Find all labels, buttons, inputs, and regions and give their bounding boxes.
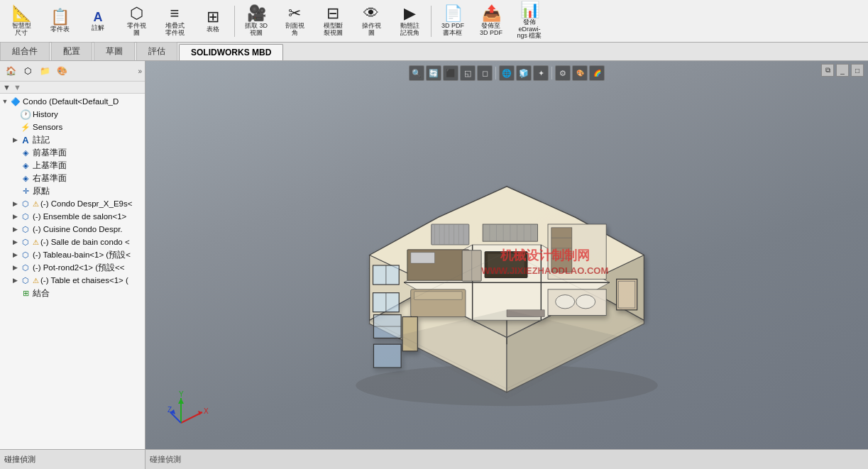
vp-view1-button[interactable]: ◱ xyxy=(460,65,476,81)
tree-icon-condo-despr: ⬡ xyxy=(20,198,31,209)
tree-expand-tableau-bain[interactable]: ▶ xyxy=(10,251,20,258)
tree-item-root[interactable]: ▼ 🔷 Condo (Default<Default_D xyxy=(0,95,145,108)
tree-icon-cuisine: ⬡ xyxy=(20,224,31,235)
vp-globe-button[interactable]: 🌐 xyxy=(499,65,515,81)
vp-settings-button[interactable]: ⚙ xyxy=(555,65,571,81)
tree-expand-cuisine[interactable]: ▶ xyxy=(10,226,20,233)
panel-folder-button[interactable]: 📁 xyxy=(37,63,53,79)
tree-expand-pot-rond[interactable]: ▶ xyxy=(10,264,20,271)
model-break-button[interactable]: ⊟ 模型斷裂視圖 xyxy=(314,2,351,40)
panel-expand-button[interactable]: » xyxy=(138,67,142,75)
vp-select-button[interactable]: ⬛ xyxy=(443,65,458,81)
tree-label-tableau-bain: (-) Tableau-bain<1> (預設< xyxy=(33,250,143,260)
warning-icon-condo: ⚠ xyxy=(33,200,39,208)
operate-view-button[interactable]: 👁 操作視圖 xyxy=(353,2,390,40)
bottom-bar-text: 碰撞偵測 xyxy=(4,454,35,465)
3dpdf-button[interactable]: 📄 3D PDF書本框 xyxy=(434,2,471,40)
tree-item-history[interactable]: 🕐 History xyxy=(0,108,145,121)
filter-icon: ▼ xyxy=(3,83,11,92)
tab-mbd[interactable]: SOLIDWORKS MBD xyxy=(179,44,283,60)
panel-home-button[interactable]: 🏠 xyxy=(3,63,18,79)
tree-expand-root[interactable]: ▼ xyxy=(0,98,10,105)
vp-color1-button[interactable]: 🎨 xyxy=(572,65,588,81)
tree-item-condo-despr[interactable]: ▶ ⬡ ⚠ (-) Condo Despr_X_E9s< xyxy=(0,197,145,210)
tree-expand-top-plane xyxy=(10,162,20,169)
tab-evaluate[interactable]: 評估 xyxy=(136,42,177,60)
tree-item-origin[interactable]: ✛ 原點 xyxy=(0,184,145,197)
tree-item-pot-rond[interactable]: ▶ ⬡ (-) Pot-rond2<1> (預設<< xyxy=(0,261,145,274)
stack-dim-label: 堆疊式零件視 xyxy=(165,23,185,37)
tab-bar: 組合件 配置 草圖 評估 SOLIDWORKS MBD xyxy=(0,43,868,61)
tree-item-salle-de-bain[interactable]: ▶ ⬡ ⚠ (-) Salle de bain condo < xyxy=(0,236,145,248)
x-label: X xyxy=(204,407,209,415)
vp-rotate-button[interactable]: 🔄 xyxy=(426,65,441,81)
panel-color-button[interactable]: 🎨 xyxy=(54,63,70,79)
stack-dim-button[interactable]: ≡ 堆疊式零件視 xyxy=(156,2,193,40)
viewport-status-text: 碰撞偵測 xyxy=(150,454,181,465)
panel-toolbar: 🏠 ⬡ 📁 🎨 » xyxy=(0,61,145,82)
tree-item-sensors[interactable]: ⚡ Sensors xyxy=(0,121,145,133)
tab-config[interactable]: 配置 xyxy=(51,42,92,60)
capture-3d-button[interactable]: 🎥 抓取 3D視圖 xyxy=(238,2,275,40)
door-panel xyxy=(619,281,635,308)
tree-item-front-plane[interactable]: ◈ 前基準面 xyxy=(0,146,145,159)
window-left-bot-2 xyxy=(373,344,401,368)
section-view-button[interactable]: ✂ 剖面視角 xyxy=(276,2,313,40)
tree-icon-combine: ⊞ xyxy=(20,287,31,299)
tab-assembly[interactable]: 組合件 xyxy=(0,42,50,60)
tree-icon-origin: ✛ xyxy=(20,185,31,197)
vp-sep-2 xyxy=(551,67,552,79)
tree-expand-sensors xyxy=(10,123,20,131)
tab-drawing[interactable]: 草圖 xyxy=(94,42,135,60)
operate-view-icon: 👁 xyxy=(363,6,379,21)
vp-zoom-button[interactable]: 🔍 xyxy=(409,65,424,81)
y-label: Y xyxy=(179,391,184,398)
section-view-label: 剖面視角 xyxy=(285,23,304,37)
tree-item-combine[interactable]: ⊞ 結合 xyxy=(0,287,145,299)
tree-icon-salle-de-bain: ⬡ xyxy=(20,236,31,248)
tree-item-table-chaises[interactable]: ▶ ⬡ ⚠ (-) Table et chaises<1> ( xyxy=(0,274,145,287)
tree-item-right-plane[interactable]: ◈ 右基準面 xyxy=(0,172,145,184)
annotation-button[interactable]: A 註解 xyxy=(79,2,116,40)
tree-label-table-chaises: (-) Table et chaises<1> ( xyxy=(40,276,143,285)
vp-color2-button[interactable]: 🌈 xyxy=(589,65,605,81)
tree-label-ensemble: (-) Ensemble de salon<1> xyxy=(33,212,143,221)
vp-cube-button[interactable]: 🧊 xyxy=(516,65,532,81)
tree-item-top-plane[interactable]: ◈ 上基準面 xyxy=(0,159,145,172)
model-break-icon: ⊟ xyxy=(326,6,339,21)
panel-parts-button[interactable]: ⬡ xyxy=(20,63,35,79)
win-maximize-button[interactable]: □ xyxy=(851,64,864,77)
tree-item-cuisine[interactable]: ▶ ⬡ (-) Cuisine Condo Despr. xyxy=(0,223,145,236)
tree-expand-front-plane xyxy=(10,149,20,156)
coordinate-axes: X Y Z xyxy=(167,391,209,434)
tree-item-annotations[interactable]: ▶ A 註記 xyxy=(0,133,145,146)
tree-item-ensemble[interactable]: ▶ ⬡ (-) Ensemble de salon<1> xyxy=(0,210,145,223)
table-grid-button[interactable]: ⊞ 表格 xyxy=(194,2,231,40)
tree-expand-combine xyxy=(10,289,20,297)
part-table-icon: 📋 xyxy=(50,9,70,25)
tree-expand-salle-de-bain[interactable]: ▶ xyxy=(10,238,20,245)
smart-dim-label: 智慧型尺寸 xyxy=(12,23,31,37)
bathroom-fixture-2 xyxy=(576,294,595,308)
win-minimize-button[interactable]: _ xyxy=(836,64,849,77)
publish-3dpdf-button[interactable]: 📤 發佈至3D PDF xyxy=(473,2,510,40)
main-area: 🏠 ⬡ 📁 🎨 » ▼ ▼ ▼ 🔷 Condo (Default<Default… xyxy=(0,61,868,469)
model-svg xyxy=(301,113,713,418)
vp-star-button[interactable]: ✦ xyxy=(533,65,549,81)
tree-label-pot-rond: (-) Pot-rond2<1> (預設<< xyxy=(33,263,143,273)
vp-view2-button[interactable]: ◻ xyxy=(477,65,493,81)
tree-expand-ensemble[interactable]: ▶ xyxy=(10,213,20,220)
viewport[interactable]: ⧉ _ □ 🔍 🔄 ⬛ ◱ ◻ 🌐 🧊 ✦ ⚙ 🎨 🌈 xyxy=(145,61,868,469)
tree-expand-condo-despr[interactable]: ▶ xyxy=(10,200,20,207)
part-view-button[interactable]: ⬡ 零件視圖 xyxy=(118,2,155,40)
tree-expand-annotations[interactable]: ▶ xyxy=(10,136,20,143)
tree-expand-table-chaises[interactable]: ▶ xyxy=(10,277,20,284)
part-table-button[interactable]: 📋 零件表 xyxy=(41,2,78,40)
win-tile-button[interactable]: ⧉ xyxy=(821,64,834,77)
tree-item-tableau-bain[interactable]: ▶ ⬡ (-) Tableau-bain<1> (預設< xyxy=(0,248,145,261)
publish-edrawings-button[interactable]: 📊 發佈eDrawi-ngs 檔案 xyxy=(511,2,548,40)
tree-label-sensors: Sensors xyxy=(33,123,143,131)
left-panel: 🏠 ⬡ 📁 🎨 » ▼ ▼ ▼ 🔷 Condo (Default<Default… xyxy=(0,61,145,469)
smart-dim-button[interactable]: 📐 智慧型尺寸 xyxy=(3,2,40,40)
animate-annot-button[interactable]: ▶ 動態註記視角 xyxy=(391,2,428,40)
